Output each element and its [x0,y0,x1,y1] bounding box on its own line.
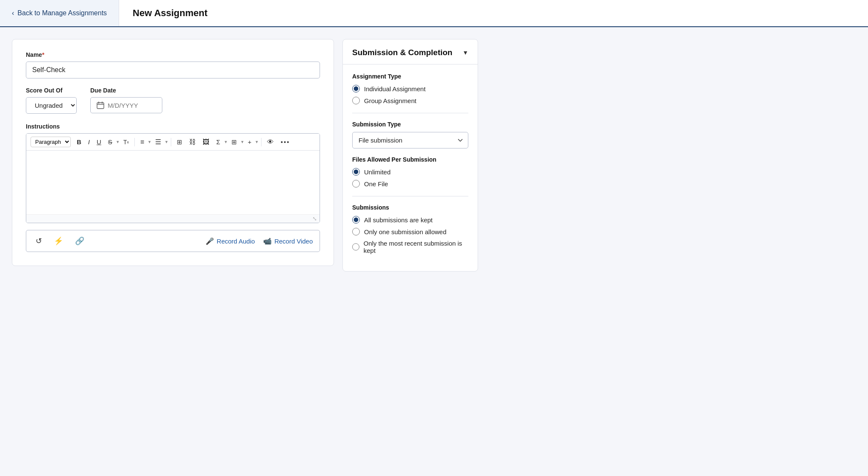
editor-toolbar: Paragraph B I U S ▾ Tx ≡ ▾ ☰ ▾ ⊞ ⛓ 🖼 Σ ▾ [26,134,320,151]
link2-button[interactable]: 🔗 [72,235,87,247]
record-audio-label: Record Audio [217,238,255,245]
panel-collapse-button[interactable]: ▼ [462,49,468,56]
insert-button[interactable]: + [245,137,254,147]
due-date-input-wrap[interactable] [90,97,162,113]
divider-2 [352,196,468,196]
main-layout: Name* Score Out Of Ungraded Due Date [0,27,868,476]
divider1 [134,138,135,146]
files-allowed-heading: Files Allowed Per Submission [352,156,468,163]
submission-type-select[interactable]: File submission Text submission URL subm… [352,132,468,148]
accessibility-button[interactable]: 👁 [264,137,276,148]
name-field-group: Name* [26,51,320,78]
formula-button[interactable]: Σ [214,137,223,147]
submission-type-heading: Submission Type [352,121,468,128]
embed-button[interactable]: ↺ [33,235,45,247]
due-date-field-group: Due Date [90,87,162,114]
assignment-type-heading: Assignment Type [352,73,468,80]
back-chevron-icon: ‹ [12,9,14,17]
instructions-label: Instructions [26,123,320,130]
submissions-heading: Submissions [352,204,468,211]
group-assignment-label: Group Assignment [364,97,416,104]
group-assignment-option[interactable]: Group Assignment [352,97,468,104]
most-recent-radio[interactable] [352,243,359,251]
all-submissions-kept-option[interactable]: All submissions are kept [352,216,468,224]
divider2 [171,138,171,146]
bold-button[interactable]: B [74,137,84,147]
calendar-icon [97,101,104,109]
panel-header: Submission & Completion ▼ [343,39,478,64]
panel-title: Submission & Completion [352,48,452,57]
svg-rect-0 [97,103,104,109]
link-button[interactable]: ⛓ [186,137,198,148]
editor-body[interactable] [26,151,320,214]
image-button[interactable]: 🖼 [200,137,212,148]
align-dropdown-icon[interactable]: ▾ [148,139,151,145]
record-video-label: Record Video [274,238,313,245]
divider3 [261,138,262,146]
score-field-group: Score Out Of Ungraded [26,87,77,114]
name-input[interactable] [26,62,320,78]
resize-icon: ⤡ [312,216,317,222]
left-panel: Name* Score Out Of Ungraded Due Date [12,39,334,266]
name-label: Name* [26,51,320,58]
unlimited-files-option[interactable]: Unlimited [352,168,468,176]
divider-1 [352,113,468,113]
one-file-option[interactable]: One File [352,180,468,188]
list-button[interactable]: ☰ [153,136,164,148]
grid-button[interactable]: ⊞ [229,137,239,148]
camera-icon: 📹 [263,237,272,245]
score-label: Score Out Of [26,87,77,94]
bottom-toolbar-right: 🎤 Record Audio 📹 Record Video [206,237,313,245]
all-submissions-kept-label: All submissions are kept [364,216,433,224]
most-recent-option[interactable]: Only the most recent submission is kept [352,240,468,254]
header-bar: ‹ Back to Manage Assignments New Assignm… [0,0,868,27]
due-date-input[interactable] [108,102,154,109]
all-submissions-kept-radio[interactable] [352,216,360,224]
one-file-radio[interactable] [352,180,360,188]
page-title: New Assignment [119,0,221,26]
one-submission-option[interactable]: Only one submission allowed [352,228,468,235]
individual-assignment-label: Individual Assignment [364,85,426,92]
one-file-label: One File [364,180,388,188]
strikethrough-button[interactable]: S [106,137,115,147]
shortcut-button[interactable]: ⚡ [51,235,66,247]
unlimited-files-radio[interactable] [352,168,360,176]
assignment-type-radio-group: Individual Assignment Group Assignment [352,85,468,104]
back-button[interactable]: ‹ Back to Manage Assignments [0,0,119,26]
italic-button[interactable]: I [86,137,92,147]
bottom-toolbar-left: ↺ ⚡ 🔗 [33,235,87,247]
grid-dropdown-icon[interactable]: ▾ [241,139,244,145]
back-button-label: Back to Manage Assignments [17,9,107,17]
list-dropdown-icon[interactable]: ▾ [165,139,168,145]
align-button[interactable]: ≡ [138,137,147,148]
record-video-button[interactable]: 📹 Record Video [263,237,313,245]
clear-format-button[interactable]: Tx [121,137,131,147]
paragraph-select[interactable]: Paragraph [31,137,71,147]
more-button[interactable]: ••• [278,137,292,147]
right-panel: Submission & Completion ▼ Assignment Typ… [342,39,478,272]
submissions-radio-group: All submissions are kept Only one submis… [352,216,468,254]
individual-assignment-radio[interactable] [352,85,360,92]
individual-assignment-option[interactable]: Individual Assignment [352,85,468,92]
one-submission-label: Only one submission allowed [364,228,446,235]
table-button[interactable]: ⊞ [174,137,185,148]
required-star: * [42,51,44,58]
score-date-row: Score Out Of Ungraded Due Date [26,87,320,114]
underline-button[interactable]: U [94,137,104,147]
panel-body: Assignment Type Individual Assignment Gr… [343,64,478,271]
most-recent-label: Only the most recent submission is kept [364,240,468,254]
insert-dropdown-icon[interactable]: ▾ [256,139,258,145]
record-audio-button[interactable]: 🎤 Record Audio [206,237,255,245]
one-submission-radio[interactable] [352,228,360,235]
group-assignment-radio[interactable] [352,97,360,104]
due-date-label: Due Date [90,87,162,94]
unlimited-files-label: Unlimited [364,168,391,176]
editor-container: Paragraph B I U S ▾ Tx ≡ ▾ ☰ ▾ ⊞ ⛓ 🖼 Σ ▾ [26,133,320,223]
score-select[interactable]: Ungraded [26,97,77,114]
bottom-toolbar: ↺ ⚡ 🔗 🎤 Record Audio 📹 Record Video [26,230,320,252]
microphone-icon: 🎤 [206,237,214,245]
formula-dropdown-icon[interactable]: ▾ [225,139,227,145]
files-allowed-radio-group: Unlimited One File [352,168,468,188]
strikethrough-dropdown-icon[interactable]: ▾ [117,139,119,145]
editor-resize-handle[interactable]: ⤡ [26,214,320,223]
